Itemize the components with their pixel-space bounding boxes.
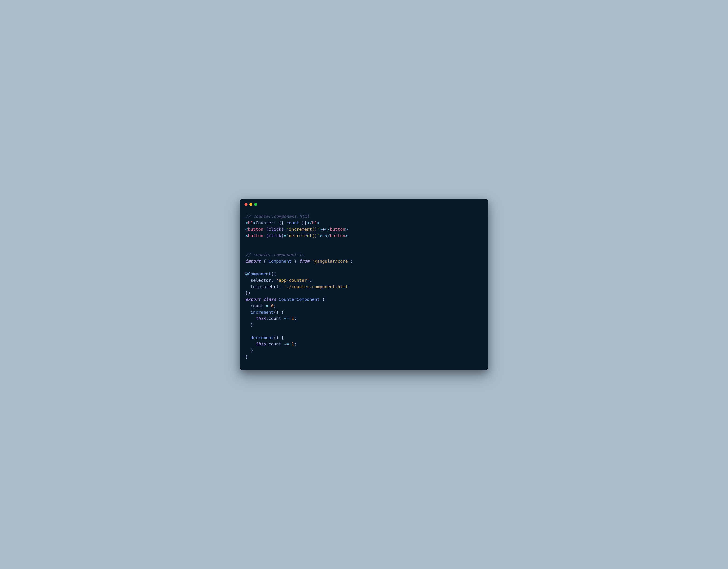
- code-token: count: [286, 220, 299, 225]
- code-token: {{: [279, 220, 286, 225]
- code-token: [263, 303, 266, 308]
- code-token: ": [317, 227, 320, 232]
- code-token: -: [322, 233, 325, 238]
- code-token: {: [281, 335, 284, 340]
- maximize-icon[interactable]: [254, 203, 257, 206]
- code-token: >: [317, 220, 320, 225]
- code-token: [261, 259, 263, 264]
- code-token: [279, 310, 281, 315]
- code-token: [263, 233, 266, 238]
- code-token: Component: [268, 259, 291, 264]
- code-token: {: [322, 297, 325, 302]
- code-token: h1: [312, 220, 317, 225]
- code-token: from: [299, 259, 310, 264]
- code-token: }: [245, 354, 248, 359]
- code-token: export: [245, 297, 261, 302]
- code-token: ;: [294, 316, 297, 321]
- code-token: >: [345, 233, 348, 238]
- code-token: [279, 335, 281, 340]
- code-token: [245, 316, 256, 321]
- code-token: decrement(): [289, 233, 317, 238]
- code-token: }}: [299, 220, 307, 225]
- minimize-icon[interactable]: [249, 203, 252, 206]
- code-token: ;: [294, 341, 297, 346]
- code-token: <: [245, 233, 248, 238]
- code-token: button: [330, 227, 345, 232]
- code-token: [320, 297, 322, 302]
- code-token: selector: [250, 278, 271, 283]
- code-token: ): [248, 290, 250, 295]
- code-token: 1: [292, 341, 294, 346]
- code-token: [263, 227, 266, 232]
- code-comment: // counter.component.ts: [245, 252, 304, 257]
- code-token: ;: [274, 303, 276, 308]
- code-token: :: [279, 284, 284, 289]
- code-token: [281, 341, 284, 346]
- code-token: <: [245, 227, 248, 232]
- code-token: decrement: [250, 335, 273, 340]
- code-token: [289, 316, 291, 321]
- code-token: button: [248, 233, 263, 238]
- code-token: [297, 259, 299, 264]
- code-token: (): [274, 335, 279, 340]
- code-token: [245, 310, 250, 315]
- code-token: .: [266, 316, 268, 321]
- code-token: >: [320, 227, 322, 232]
- code-token: this: [256, 316, 266, 321]
- code-token: button: [248, 227, 263, 232]
- code-token: count: [268, 316, 281, 321]
- code-token: [245, 348, 250, 353]
- code-token: {: [281, 310, 284, 315]
- code-token: (click): [266, 233, 284, 238]
- code-token: [261, 297, 263, 302]
- code-token: </: [325, 233, 330, 238]
- code-token: (click): [266, 227, 284, 232]
- code-token: [289, 341, 291, 346]
- code-token: [245, 303, 250, 308]
- code-token: [281, 316, 284, 321]
- code-token: 1: [292, 316, 294, 321]
- close-icon[interactable]: [245, 203, 247, 206]
- code-token: }: [292, 259, 297, 264]
- code-token: =: [284, 233, 286, 238]
- code-token: (): [274, 310, 279, 315]
- code-token: [245, 284, 250, 289]
- code-comment: // counter.component.html: [245, 214, 309, 219]
- code-token: CounterComponent: [279, 297, 320, 302]
- code-token: +: [322, 227, 325, 232]
- code-token: }: [250, 348, 253, 353]
- code-token: >: [253, 220, 256, 225]
- code-token: <: [245, 220, 248, 225]
- code-token: ": [286, 233, 289, 238]
- code-token: .: [266, 341, 268, 346]
- code-token: {: [274, 271, 276, 276]
- code-token: </: [307, 220, 312, 225]
- code-token: @: [245, 271, 248, 276]
- code-token: [245, 341, 256, 346]
- code-token: ,: [309, 278, 312, 283]
- code-token: Counter:: [256, 220, 279, 225]
- code-token: }: [250, 322, 253, 327]
- code-token: </: [325, 227, 330, 232]
- code-token: (: [271, 271, 273, 276]
- code-token: class: [263, 297, 276, 302]
- code-token: import: [245, 259, 261, 264]
- titlebar: [240, 199, 488, 208]
- code-token: count: [268, 341, 281, 346]
- code-token: {: [263, 259, 268, 264]
- code-token: h1: [248, 220, 253, 225]
- code-token: [309, 259, 312, 264]
- code-token: ;: [350, 259, 353, 264]
- code-token: this: [256, 341, 266, 346]
- code-token: +=: [284, 316, 289, 321]
- code-token: [276, 297, 279, 302]
- code-token: ": [286, 227, 289, 232]
- code-token: =: [266, 303, 268, 308]
- code-token: 0: [271, 303, 273, 308]
- code-token: [245, 335, 250, 340]
- code-token: './counter.component.html': [284, 284, 350, 289]
- code-content: // counter.component.html <h1>Counter: {…: [240, 208, 488, 370]
- code-token: '@angular/core': [312, 259, 350, 264]
- code-token: increment(): [289, 227, 317, 232]
- code-token: -=: [284, 341, 289, 346]
